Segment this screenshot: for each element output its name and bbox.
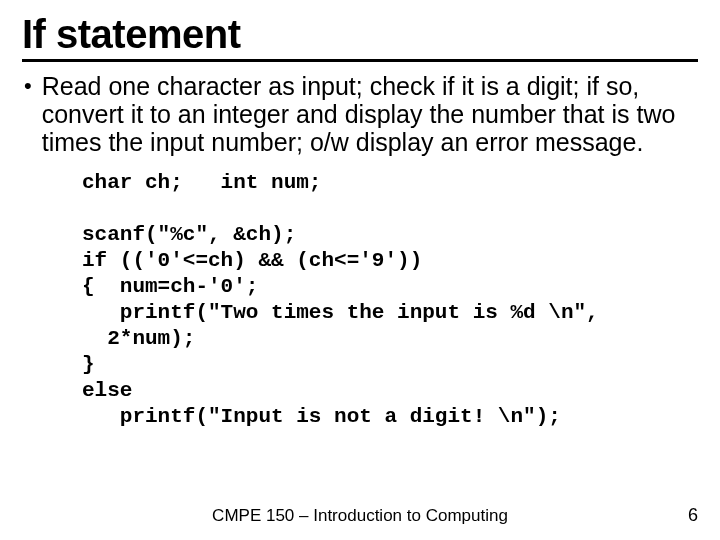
bullet-item: • Read one character as input; check if …	[22, 72, 698, 156]
slide-title: If statement	[22, 12, 698, 62]
bullet-text: Read one character as input; check if it…	[42, 72, 698, 156]
page-number: 6	[688, 505, 698, 526]
footer-text: CMPE 150 – Introduction to Computing	[0, 506, 720, 526]
bullet-marker: •	[24, 72, 32, 100]
code-block: char ch; int num; scanf("%c", &ch); if (…	[82, 170, 698, 430]
